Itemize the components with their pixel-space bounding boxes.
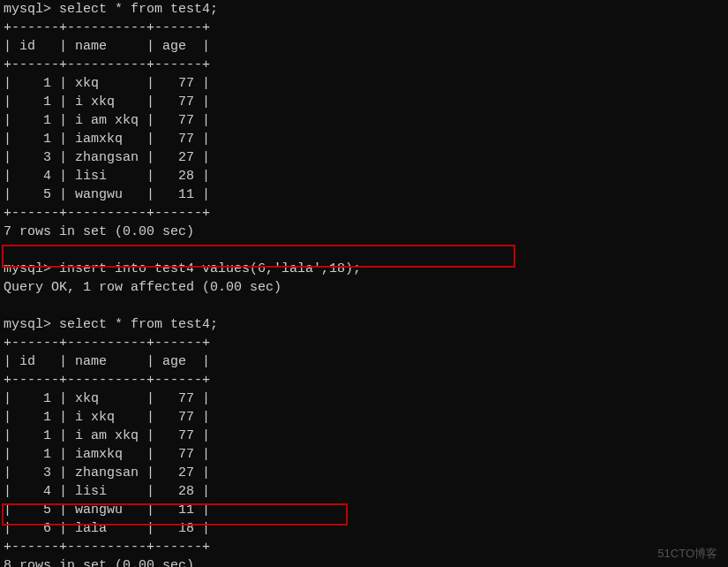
terminal-output: mysql> select * from test4; +------+----…: [4, 0, 724, 567]
table-border: +------+----------+------+: [4, 336, 210, 351]
prompt: mysql>: [4, 2, 51, 17]
table-row: | 3 | zhangsan | 27 |: [4, 465, 210, 480]
table-row: | 5 | wangwu | 11 |: [4, 503, 210, 518]
query-select-1: select * from test4;: [59, 2, 218, 17]
prompt: mysql>: [4, 317, 51, 332]
table-row: | 6 | lala | 18 |: [4, 521, 210, 536]
table-columns: | id | name | age |: [4, 354, 210, 369]
query-select-2: select * from test4;: [59, 317, 218, 332]
table-row: | 1 | i am xkq | 77 |: [4, 113, 210, 128]
table-border: +------+----------+------+: [4, 57, 210, 72]
prompt: mysql>: [4, 261, 51, 276]
table-row: | 1 | i xkq | 77 |: [4, 94, 210, 110]
table-row: | 3 | zhangsan | 27 |: [4, 150, 210, 165]
terminal[interactable]: mysql> select * from test4; +------+----…: [0, 0, 728, 567]
watermark: 51CTO博客: [657, 546, 717, 562]
table-border: +------+----------+------+: [4, 206, 210, 221]
table-row: | 1 | i am xkq | 77 |: [4, 428, 210, 443]
rows-in-set: 8 rows in set (0.00 sec): [4, 558, 194, 567]
table-row: | 1 | iamxkq | 77 |: [4, 447, 210, 462]
query-insert: insert into test4 values(6,'lala',18);: [59, 261, 361, 276]
table-border: +------+----------+------+: [4, 373, 210, 388]
table-border: +------+----------+------+: [4, 540, 210, 555]
rows-in-set: 7 rows in set (0.00 sec): [4, 224, 194, 239]
table-row: | 1 | iamxkq | 77 |: [4, 132, 210, 147]
table-columns: | id | name | age |: [4, 39, 210, 54]
table-row: | 4 | lisi | 28 |: [4, 169, 210, 184]
query-ok: Query OK, 1 row affected (0.00 sec): [4, 280, 281, 295]
table-row: | 1 | xkq | 77 |: [4, 391, 210, 406]
table-row: | 1 | xkq | 77 |: [4, 76, 210, 91]
table-row: | 5 | wangwu | 11 |: [4, 187, 210, 202]
table-row: | 1 | i xkq | 77 |: [4, 410, 210, 425]
table-row: | 4 | lisi | 28 |: [4, 484, 210, 499]
table-border: +------+----------+------+: [4, 20, 210, 35]
